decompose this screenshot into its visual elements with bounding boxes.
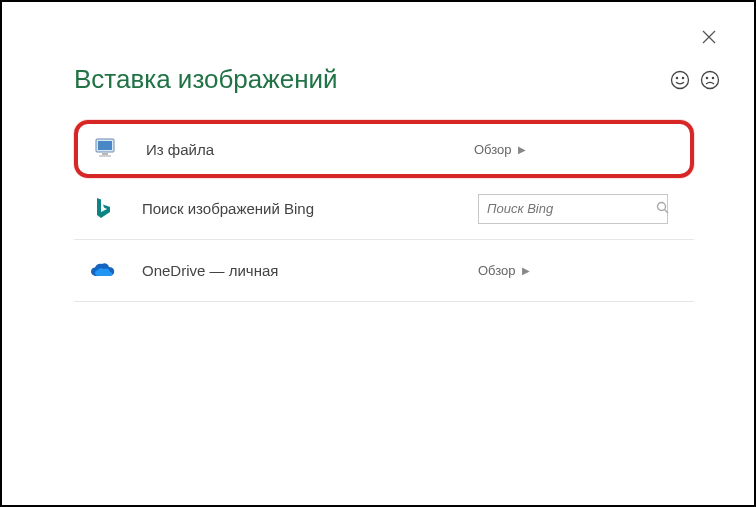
svg-point-12 — [658, 202, 666, 210]
bing-search-input[interactable] — [487, 201, 656, 216]
option-onedrive[interactable]: OneDrive — личная Обзор ▶ — [74, 240, 694, 302]
svg-rect-10 — [102, 153, 108, 155]
smile-icon[interactable] — [670, 70, 690, 94]
svg-line-13 — [665, 209, 669, 213]
insert-options: Из файла Обзор ▶ Поиск изображений Bing — [74, 120, 694, 302]
svg-point-6 — [706, 77, 707, 78]
bing-search-box[interactable] — [478, 194, 668, 224]
close-button[interactable] — [702, 30, 720, 48]
svg-rect-11 — [99, 155, 111, 157]
frown-icon[interactable] — [700, 70, 720, 94]
chevron-right-icon: ▶ — [522, 265, 530, 276]
computer-icon — [92, 134, 122, 164]
svg-point-3 — [676, 77, 677, 78]
option-bing-label: Поиск изображений Bing — [142, 200, 478, 217]
option-onedrive-label: OneDrive — личная — [142, 262, 478, 279]
browse-onedrive-text: Обзор — [478, 263, 516, 278]
bing-icon — [88, 194, 118, 224]
onedrive-icon — [88, 256, 118, 286]
browse-onedrive-link[interactable]: Обзор ▶ — [478, 263, 530, 278]
svg-rect-9 — [98, 141, 112, 150]
option-from-file[interactable]: Из файла Обзор ▶ — [74, 120, 694, 178]
svg-point-5 — [702, 72, 719, 89]
search-icon[interactable] — [656, 200, 669, 218]
close-icon — [702, 30, 716, 44]
browse-file-text: Обзор — [474, 142, 512, 157]
dialog-title: Вставка изображений — [74, 64, 338, 95]
svg-point-2 — [672, 72, 689, 89]
option-from-file-label: Из файла — [146, 141, 474, 158]
svg-point-4 — [682, 77, 683, 78]
svg-point-7 — [712, 77, 713, 78]
feedback-icons — [670, 70, 720, 94]
option-bing-search[interactable]: Поиск изображений Bing — [74, 178, 694, 240]
browse-file-link[interactable]: Обзор ▶ — [474, 142, 526, 157]
chevron-right-icon: ▶ — [518, 144, 526, 155]
